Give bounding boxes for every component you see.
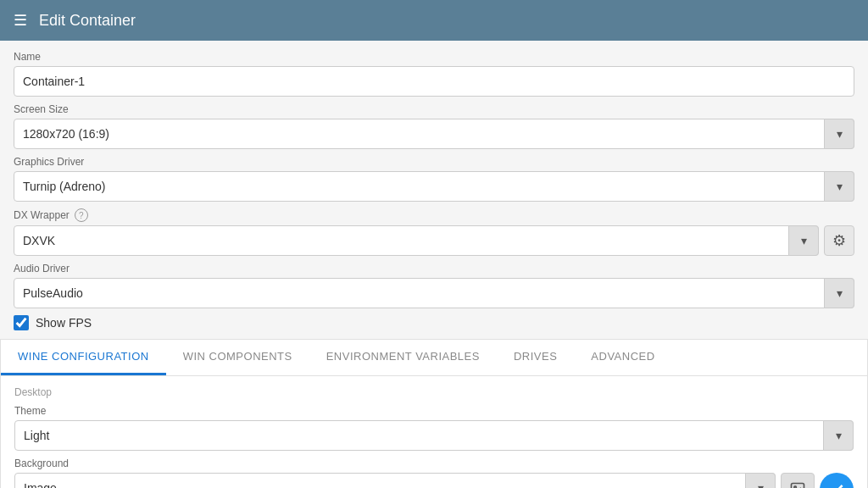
show-fps-label: Show FPS <box>36 316 92 330</box>
dx-wrapper-gear-button[interactable]: ⚙ <box>824 225 854 256</box>
tab-drives[interactable]: DRIVES <box>497 340 574 375</box>
screen-size-select[interactable]: 1280x720 (16:9) <box>14 119 854 149</box>
background-image-button[interactable] <box>781 473 815 488</box>
dx-wrapper-label: DX Wrapper ? <box>14 208 854 222</box>
tabs-container: WINE CONFIGURATION WIN COMPONENTS ENVIRO… <box>0 339 868 488</box>
desktop-section-label: Desktop <box>14 386 854 398</box>
tabs-bar: WINE CONFIGURATION WIN COMPONENTS ENVIRO… <box>1 340 867 376</box>
tab-content-wine-configuration: Desktop Theme Light ▾ Background Image ▾ <box>1 376 867 488</box>
tab-win-components[interactable]: WIN COMPONENTS <box>166 340 309 375</box>
show-fps-checkbox[interactable] <box>14 315 29 330</box>
confirm-button[interactable] <box>820 473 854 488</box>
header: ☰ Edit Container <box>0 0 868 41</box>
tab-wine-configuration[interactable]: WINE CONFIGURATION <box>1 340 166 375</box>
tab-environment-variables[interactable]: ENVIRONMENT VARIABLES <box>309 340 497 375</box>
menu-icon[interactable]: ☰ <box>14 11 27 30</box>
name-input[interactable] <box>14 66 854 97</box>
theme-label: Theme <box>14 405 854 417</box>
theme-wrapper: Light ▾ <box>14 420 854 451</box>
graphics-driver-select[interactable]: Turnip (Adreno) <box>14 171 854 202</box>
svg-rect-0 <box>792 484 804 489</box>
audio-driver-wrapper: PulseAudio ▾ <box>14 278 854 308</box>
show-fps-row: Show FPS <box>14 315 854 330</box>
graphics-driver-wrapper: Turnip (Adreno) ▾ <box>14 171 854 202</box>
screen-size-label: Screen Size <box>14 103 854 115</box>
name-label: Name <box>14 51 854 63</box>
theme-select[interactable]: Light <box>14 420 854 451</box>
screen-size-wrapper: 1280x720 (16:9) ▾ <box>14 119 854 149</box>
dx-wrapper-help-icon[interactable]: ? <box>75 208 88 222</box>
graphics-driver-label: Graphics Driver <box>14 156 854 168</box>
dx-wrapper-wrapper: DXVK ▾ ⚙ <box>14 225 854 256</box>
background-select[interactable]: Image <box>14 473 776 488</box>
tab-advanced[interactable]: ADVANCED <box>574 340 671 375</box>
audio-driver-label: Audio Driver <box>14 263 854 274</box>
background-label: Background <box>14 458 854 469</box>
main-content: Name Screen Size 1280x720 (16:9) ▾ Graph… <box>0 41 868 488</box>
background-wrapper: Image ▾ <box>14 473 854 488</box>
page-title: Edit Container <box>39 12 136 30</box>
dx-wrapper-select[interactable]: DXVK <box>14 225 819 256</box>
audio-driver-select[interactable]: PulseAudio <box>14 278 854 308</box>
